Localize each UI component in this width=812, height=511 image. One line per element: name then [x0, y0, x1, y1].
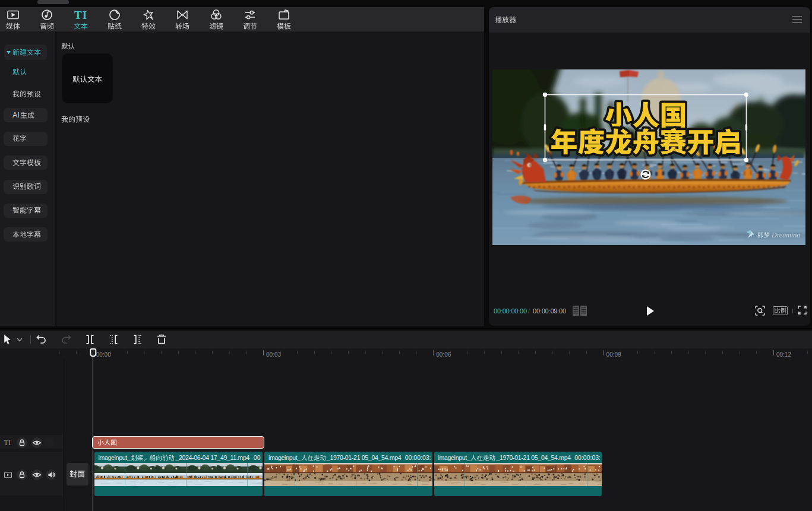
svg-text:Dreamina: Dreamina [771, 231, 800, 239]
